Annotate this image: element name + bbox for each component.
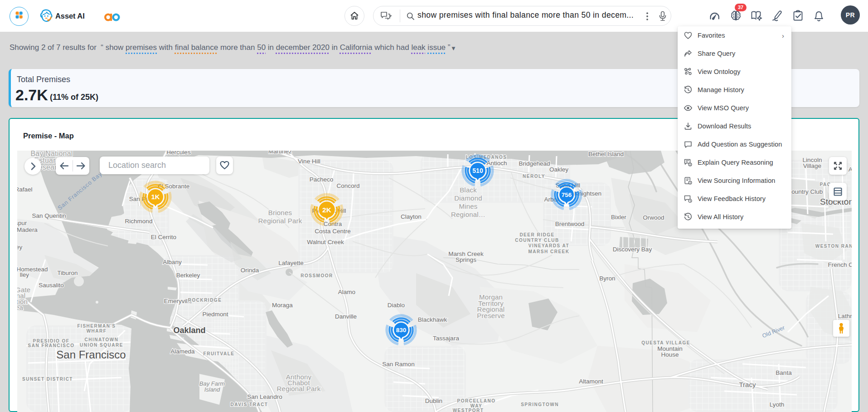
svg-text:Alameda: Alameda [170, 348, 195, 355]
svg-text:El Cerrito: El Cerrito [151, 234, 176, 240]
svg-text:Bridgehead: Bridgehead [519, 160, 550, 167]
svg-text:ey: ey [17, 244, 22, 250]
svg-text:Berkeley: Berkeley [176, 272, 200, 279]
svg-text:MARSH CREEK: MARSH CREEK [529, 249, 570, 254]
svg-text:Preserve: Preserve [477, 312, 505, 319]
svg-text:Lathro: Lathro [838, 313, 852, 319]
svg-text:FRUITVALE: FRUITVALE [204, 351, 235, 356]
svg-text:Blackhawk: Blackhawk [418, 316, 447, 323]
svg-text:Discovery Bay: Discovery Bay [613, 246, 652, 253]
svg-text:Bethel Island: Bethel Island [588, 151, 624, 157]
svg-text:Springs: Springs [456, 256, 476, 263]
svg-text:Clayton: Clayton [401, 213, 422, 220]
svg-text:Sausalito: Sausalito [39, 282, 64, 289]
svg-text:San Leandro: San Leandro [247, 393, 282, 400]
svg-text:Tassajara: Tassajara [433, 335, 459, 342]
svg-text:SPRINGTOWN: SPRINGTOWN [521, 402, 559, 407]
svg-text:Au: Au [849, 166, 852, 173]
svg-text:Black: Black [460, 186, 477, 194]
svg-text:Moraga: Moraga [272, 302, 293, 309]
svg-text:Banta: Banta [776, 369, 792, 376]
svg-text:DAVIS TRACT: DAVIS TRACT [231, 402, 268, 407]
svg-text:ROSSMOOR: ROSSMOOR [301, 273, 333, 278]
svg-text:spur: spur [17, 220, 27, 226]
svg-text:French Ca: French Ca [828, 261, 852, 268]
svg-text:COUNTRY CLUB: COUNTRY CLUB [515, 238, 559, 243]
svg-text:Lyoth: Lyoth [770, 401, 785, 408]
svg-text:1K: 1K [151, 193, 160, 201]
svg-text:Diamond: Diamond [454, 194, 482, 202]
svg-text:Hercules: Hercules [166, 151, 191, 156]
svg-text:830: 830 [396, 327, 407, 334]
svg-text:House: House [661, 351, 679, 358]
svg-text:lley: lley [20, 271, 29, 278]
svg-text:Orwood: Orwood [643, 214, 664, 221]
svg-text:NEROLY: NEROLY [523, 174, 545, 179]
svg-text:Village: Village [803, 162, 821, 169]
svg-text:Vine Hill: Vine Hill [298, 158, 320, 165]
svg-text:Oakland: Oakland [173, 326, 205, 335]
svg-text:Antioch: Antioch [486, 160, 507, 167]
svg-text:rea: rea [17, 304, 24, 311]
svg-text:Albany: Albany [163, 259, 182, 265]
svg-text:Martinez: Martinez [268, 151, 292, 155]
svg-text:Briones: Briones [268, 209, 292, 216]
svg-text:SUNSET DISTRICT: SUNSET DISTRICT [22, 377, 73, 382]
svg-text:Regional Park: Regional Park [258, 217, 302, 225]
svg-text:San Ramon: San Ramon [382, 361, 414, 368]
svg-text:Tracy: Tracy [739, 381, 756, 388]
svg-text:Oakley: Oakley [549, 166, 568, 173]
svg-text:ROCKRIDGE: ROCKRIDGE [188, 298, 222, 303]
svg-text:WHARF: WHARF [87, 329, 107, 334]
svg-text:Alamo: Alamo [338, 289, 355, 295]
svg-text:CHINATOWN: CHINATOWN [85, 337, 119, 342]
svg-text:DEER RIDGE: DEER RIDGE [519, 232, 554, 237]
svg-text:WESTPORT: WESTPORT [453, 408, 484, 412]
svg-text:Bixler: Bixler [611, 214, 626, 221]
svg-text:Altamont: Altamont [579, 378, 603, 385]
svg-text:Lafayette: Lafayette [278, 260, 304, 266]
svg-text:Walnut Creek: Walnut Creek [307, 239, 344, 245]
svg-text:San Francisco: San Francisco [56, 348, 126, 361]
svg-text:Pacheco: Pacheco [310, 176, 334, 183]
svg-text:WESTON RANCH: WESTON RANCH [815, 244, 852, 249]
svg-text:Dublin: Dublin [425, 397, 442, 404]
svg-text:Rafael: Rafael [17, 186, 33, 193]
svg-text:SAN FRANCISCO: SAN FRANCISCO [28, 343, 75, 348]
svg-text:2K: 2K [322, 206, 332, 214]
svg-text:Regional…: Regional… [451, 211, 485, 218]
svg-text:Madera: Madera [17, 226, 38, 233]
svg-text:Byron: Byron [599, 275, 615, 282]
svg-text:Piedmont: Piedmont [202, 311, 228, 318]
svg-text:PORCELLANO: PORCELLANO [457, 398, 496, 403]
svg-text:510: 510 [472, 167, 483, 174]
svg-text:Regional Park: Regional Park [277, 385, 321, 392]
svg-text:Orinda: Orinda [241, 267, 259, 274]
svg-text:Costa Centre: Costa Centre [315, 228, 351, 235]
svg-text:San Quentin: San Quentin [32, 212, 66, 219]
svg-text:Island: Island [204, 386, 220, 393]
svg-text:Brentwood: Brentwood [555, 221, 585, 227]
svg-text:Danville: Danville [335, 313, 357, 320]
svg-text:VINEYARDS AT: VINEYARDS AT [529, 243, 569, 248]
svg-text:Tiburon: Tiburon [57, 270, 78, 276]
svg-text:UNION SQUARE: UNION SQUARE [80, 343, 123, 348]
svg-text:756: 756 [562, 191, 572, 198]
svg-text:QUESTA VILLAGE: QUESTA VILLAGE [641, 340, 690, 345]
svg-text:FISHERMAN'S: FISHERMAN'S [78, 324, 116, 329]
svg-text:Diablo: Diablo [388, 302, 405, 309]
svg-text:Country Club: Country Club [787, 188, 823, 195]
svg-text:Mines: Mines [459, 202, 477, 210]
svg-text:Richmond: Richmond [125, 218, 153, 225]
svg-text:Concord: Concord [336, 182, 359, 189]
